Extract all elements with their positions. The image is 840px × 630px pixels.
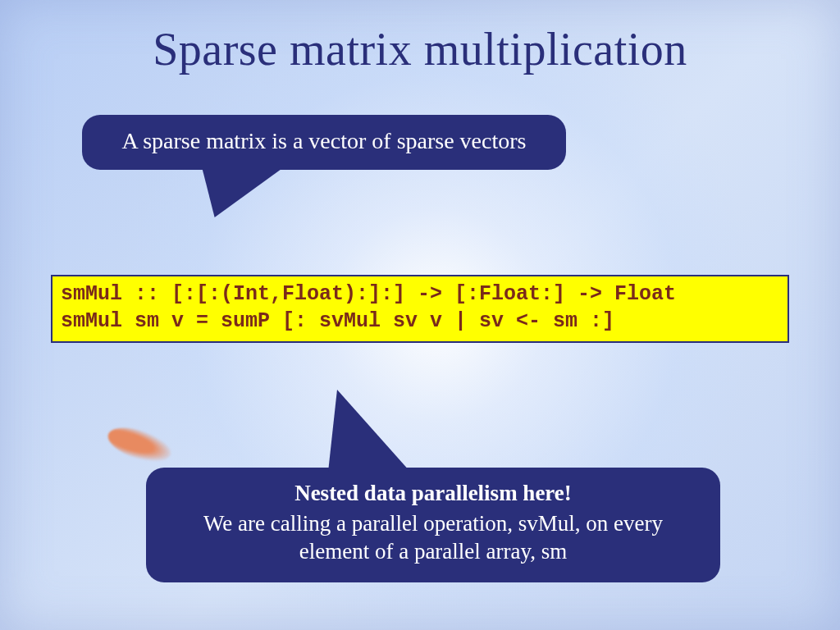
- callout-top: A sparse matrix is a vector of sparse ve…: [82, 115, 566, 170]
- decorative-smudge: [104, 421, 176, 468]
- slide-title: Sparse matrix multiplication: [0, 23, 840, 75]
- callout-bottom: Nested data parallelism here! We are cal…: [146, 468, 720, 582]
- code-line-2: smMul sm v = sumP [: svMul sv v | sv <- …: [61, 309, 614, 333]
- callout-bottom-body: We are calling a parallel operation, svM…: [203, 511, 663, 564]
- callout-top-text: A sparse matrix is a vector of sparse ve…: [122, 128, 527, 153]
- callout-bottom-headline: Nested data parallelism here!: [167, 479, 699, 508]
- code-line-1: smMul :: [:[:(Int,Float):]:] -> [:Float:…: [61, 282, 676, 306]
- code-block: smMul :: [:[:(Int,Float):]:] -> [:Float:…: [51, 275, 789, 343]
